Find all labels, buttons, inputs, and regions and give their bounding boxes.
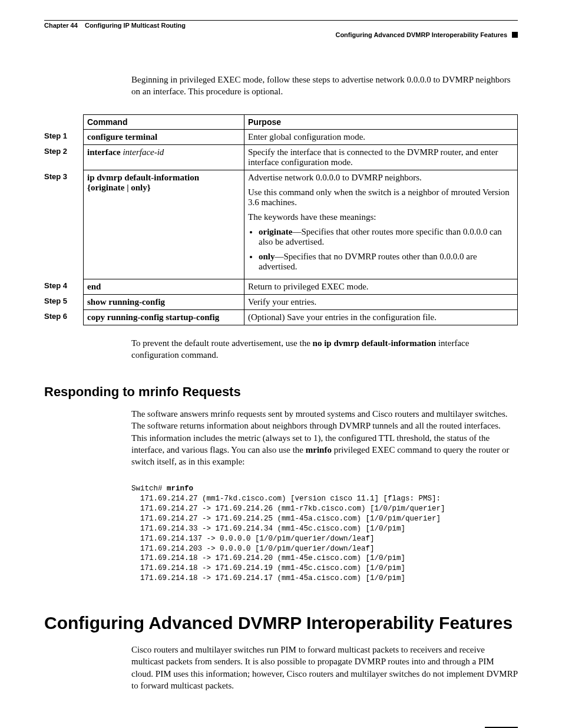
step-label: Step 3 bbox=[44, 170, 84, 279]
running-header-section: Configuring Advanced DVMRP Interoperabil… bbox=[44, 31, 518, 38]
heading-advanced: Configuring Advanced DVMRP Interoperabil… bbox=[44, 613, 518, 633]
command-cell: configure terminal bbox=[84, 129, 244, 144]
chapter-number: Chapter 44 bbox=[44, 22, 78, 29]
step-label: Step 6 bbox=[44, 309, 84, 325]
command-cell: show running-config bbox=[84, 294, 244, 309]
running-header: Chapter 44 Configuring IP Multicast Rout… bbox=[44, 22, 518, 29]
command-cell: copy running-config startup-config bbox=[84, 309, 244, 325]
heading-mrinfo: Responding to mrinfo Requests bbox=[44, 384, 518, 400]
purpose-cell: Verify your entries. bbox=[244, 294, 518, 309]
purpose-cell: Enter global configuration mode. bbox=[244, 129, 518, 144]
steps-table: Command Purpose Step 1configure terminal… bbox=[44, 114, 518, 325]
purpose-cell: Return to privileged EXEC mode. bbox=[244, 279, 518, 294]
step-label: Step 1 bbox=[44, 129, 84, 144]
mrinfo-paragraph: The software answers mrinfo requests sen… bbox=[131, 408, 518, 467]
col-purpose: Purpose bbox=[244, 114, 518, 129]
purpose-cell: (Optional) Save your entries in the conf… bbox=[244, 309, 518, 325]
section-name: Configuring Advanced DVMRP Interoperabil… bbox=[335, 31, 507, 38]
chapter-title: Configuring IP Multicast Routing bbox=[85, 22, 186, 29]
step-label: Step 5 bbox=[44, 294, 84, 309]
command-cell: interface interface-id bbox=[84, 144, 244, 170]
after-table-note: To prevent the default route advertiseme… bbox=[131, 337, 518, 361]
step-label: Step 2 bbox=[44, 144, 84, 170]
table-row: Step 1configure terminalEnter global con… bbox=[44, 129, 518, 144]
table-row: Step 6copy running-config startup-config… bbox=[44, 309, 518, 325]
col-command: Command bbox=[84, 114, 244, 129]
intro-paragraph: Beginning in privileged EXEC mode, follo… bbox=[131, 74, 518, 98]
command-cell: ip dvmrp default-information{originate |… bbox=[84, 170, 244, 279]
purpose-cell: Advertise network 0.0.0.0 to DVMRP neigh… bbox=[244, 170, 518, 279]
table-row: Step 2interface interface-idSpecify the … bbox=[44, 144, 518, 170]
purpose-cell: Specify the interface that is connected … bbox=[244, 144, 518, 170]
advanced-paragraph: Cisco routers and multilayer switches ru… bbox=[131, 644, 518, 691]
code-block: Switch# mrinfo 171.69.214.27 (mm1-7kd.ci… bbox=[131, 484, 518, 584]
table-row: Step 3ip dvmrp default-information{origi… bbox=[44, 170, 518, 279]
header-marker-icon bbox=[512, 32, 518, 38]
command-cell: end bbox=[84, 279, 244, 294]
step-label: Step 4 bbox=[44, 279, 84, 294]
table-row: Step 5show running-configVerify your ent… bbox=[44, 294, 518, 309]
table-row: Step 4endReturn to privileged EXEC mode. bbox=[44, 279, 518, 294]
